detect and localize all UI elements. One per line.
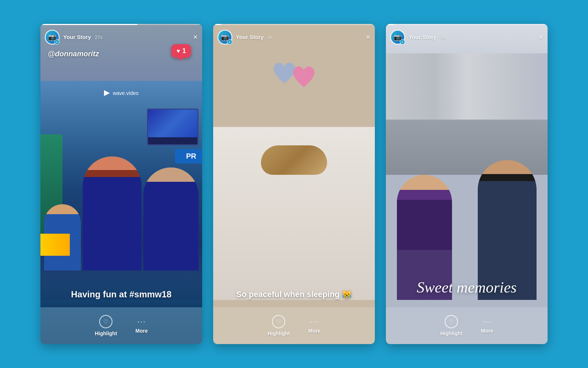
caption-area-2: So peaceful when sleeping 😹 (213, 282, 375, 307)
caption-text-2: So peaceful when sleeping 😹 (220, 289, 368, 300)
hearts-overlay (271, 61, 317, 91)
story-meta-3: Your Story 3s (409, 34, 538, 40)
buildings (386, 53, 548, 127)
actions-bar-1: ♡ Highlight ··· More (40, 307, 202, 344)
story-time-2: 3s (268, 35, 273, 40)
progress-bar-2 (213, 24, 375, 25)
more-label-2: More (308, 328, 320, 334)
highlight-icon-3: ♡ (445, 315, 458, 328)
more-label-1: More (136, 328, 148, 334)
heart-icon-3: ♡ (449, 318, 454, 325)
cat-silhouette (261, 145, 327, 175)
story-title-1: Your Story (63, 34, 91, 40)
monitor-screen (148, 110, 197, 137)
highlight-icon-2: ♡ (272, 315, 285, 328)
wave-logo-text: wave.video (113, 90, 139, 96)
story-meta-2: Your Story 3s (236, 34, 366, 40)
monitor-shape (147, 109, 198, 145)
highlight-icon-1: ♡ (99, 315, 112, 328)
close-btn-3[interactable]: × (538, 33, 543, 41)
more-dots-1: ··· (137, 318, 146, 326)
caption-area-1: Having fun at #smmw18 (40, 274, 202, 307)
actions-bar-2: ♡ Highlight ··· More (213, 307, 375, 344)
highlight-label-3: Highlight (440, 330, 463, 336)
progress-bar-3 (386, 24, 548, 25)
progress-bar-1 (40, 24, 202, 25)
pr-banner: PR (175, 149, 202, 163)
heart-icon-1: ♡ (103, 318, 108, 325)
highlight-btn-2[interactable]: ♡ Highlight (268, 315, 290, 336)
more-btn-1[interactable]: ··· More (136, 318, 148, 334)
highlight-label-1: Highlight (95, 330, 117, 336)
close-btn-2[interactable]: × (366, 33, 370, 41)
story-card-1: 📷 + Your Story 27s × @donnamoritz ♥ 1 wa… (40, 24, 202, 344)
more-dots-2: ··· (310, 318, 319, 326)
progress-fill-1 (40, 24, 137, 25)
story-meta-1: Your Story 27s (63, 34, 193, 40)
mention-tag: @donnamoritz (48, 50, 99, 58)
progress-fill-3 (386, 24, 394, 25)
story-card-3: 📷 + Your Story 3s × Sweet memories ♡ Hig… (386, 24, 548, 344)
story-header-2: 📷 + Your Story 3s × (213, 27, 375, 47)
avatar-plus-2: + (227, 39, 232, 45)
avatar-3: 📷 + (390, 30, 405, 45)
avatar-2: 📷 + (218, 30, 232, 45)
story-image-1: wave.video PR (40, 79, 202, 300)
story-header-3: 📷 + Your Story 3s × (386, 27, 548, 47)
person-2 (83, 156, 141, 270)
story-header-1: 📷 + Your Story 27s × (40, 27, 202, 47)
avatar-1: 📷 + (45, 30, 60, 45)
heart-pink-icon (290, 64, 317, 91)
story-card-2: 📷 + Your Story 3s × So peaceful when sle… (213, 24, 375, 344)
person-3 (143, 167, 198, 270)
notification-count: 1 (182, 47, 186, 55)
more-btn-3[interactable]: ··· More (481, 318, 493, 334)
wave-video-logo: wave.video (104, 90, 139, 96)
story-time-1: 27s (95, 35, 103, 40)
avatar-plus-1: + (54, 39, 60, 45)
close-btn-1[interactable]: × (193, 33, 198, 41)
heart-icon-2: ♡ (276, 318, 281, 325)
caption-text-1: Having fun at #smmw18 (48, 289, 195, 300)
highlight-btn-1[interactable]: ♡ Highlight (95, 315, 117, 336)
more-label-3: More (481, 328, 493, 334)
highlight-label-2: Highlight (268, 330, 290, 336)
progress-fill-2 (213, 24, 221, 25)
story-title-3: Your Story (409, 34, 437, 40)
city-background (386, 24, 548, 300)
actions-bar-3: ♡ Highlight ··· More (386, 307, 548, 344)
story-title-2: Your Story (236, 34, 264, 40)
highlight-btn-3[interactable]: ♡ Highlight (440, 315, 463, 336)
more-dots-3: ··· (483, 318, 491, 326)
play-icon (104, 90, 110, 96)
avatar-plus-3: + (400, 39, 405, 45)
more-btn-2[interactable]: ··· More (308, 318, 320, 334)
yellow-accent (40, 234, 70, 256)
bed-area (213, 127, 375, 300)
sweet-memories-text: Sweet memories (417, 279, 517, 296)
heart-notification-icon: ♥ (176, 48, 180, 54)
sweet-memories-overlay: Sweet memories (386, 279, 548, 296)
story-time-3: 3s (440, 35, 445, 40)
